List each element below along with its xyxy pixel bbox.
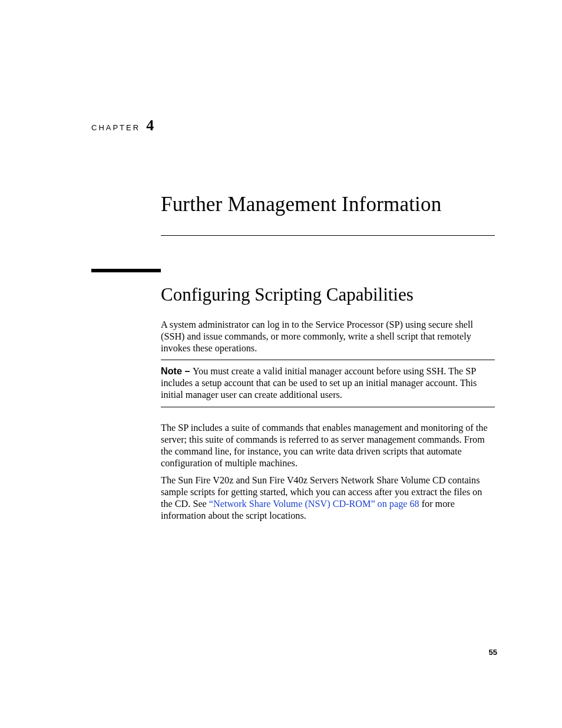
section-marker-bar — [91, 269, 161, 272]
suite-paragraph: The SP includes a suite of commands that… — [161, 422, 495, 469]
note-body: You must create a valid initial manager … — [161, 366, 477, 400]
page-title: Further Management Information — [161, 193, 441, 216]
note-box: Note – You must create a valid initial m… — [161, 360, 495, 407]
nsv-cdrom-link[interactable]: “Network Share Volume (NSV) CD-ROM” on p… — [209, 499, 419, 509]
section-heading: Configuring Scripting Capabilities — [161, 284, 414, 305]
note-label: Note – — [161, 365, 193, 376]
page-number: 55 — [489, 648, 497, 657]
chapter-number: 4 — [146, 117, 154, 134]
cd-paragraph: The Sun Fire V20z and Sun Fire V40z Serv… — [161, 475, 495, 522]
intro-paragraph: A system administrator can log in to the… — [161, 319, 495, 354]
document-page: CHAPTER 4 Further Management Information… — [0, 0, 562, 728]
chapter-label: CHAPTER — [91, 123, 140, 132]
chapter-label-line: CHAPTER 4 — [91, 117, 154, 134]
title-rule — [161, 235, 495, 236]
